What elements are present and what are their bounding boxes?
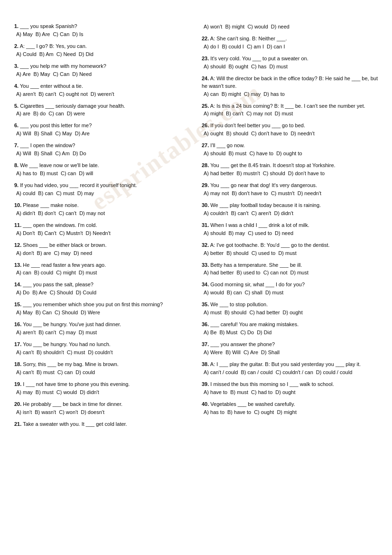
option: A) must	[204, 309, 222, 317]
option: A) may	[16, 389, 33, 396]
question-item: 16. You ___ be hungry. You've just had d…	[14, 321, 190, 337]
question-number: 10.	[14, 202, 21, 208]
question-item: 21. Take a sweater with you. It ___ get …	[14, 421, 190, 428]
option: D) weren't	[91, 91, 114, 98]
options-row: A) have toB) mustC) had toD) ought	[202, 389, 378, 396]
question-text: 37. ___ you answer the phone?	[202, 341, 378, 348]
options-row: A) DoB) AreC) ShouldD) Could	[14, 289, 190, 297]
option: B) must	[40, 170, 58, 178]
option: C) Mustn't	[59, 230, 83, 237]
question-number: 9.	[14, 182, 19, 188]
question-text: 14. ___ you pass the salt, please?	[14, 281, 190, 289]
question-item: 15. ___ you remember which shoe you put …	[14, 301, 190, 317]
option: A) better	[204, 250, 224, 257]
question-item: 37. ___ you answer the phone?A) WereB) W…	[202, 341, 378, 357]
question-text: 18. Sorry, this ___ be my bag. Mine is b…	[14, 361, 190, 368]
option: B) should	[226, 130, 248, 138]
option: D) must	[79, 269, 97, 277]
option: A) May	[16, 31, 33, 38]
options-row: A) canB) mightC) mayD) has to	[202, 91, 378, 98]
option: C) Should	[55, 309, 78, 317]
question-text: 7. ___ I open the window?	[14, 142, 190, 150]
question-text: 22. A: She can't sing. B: Neither ___.	[202, 35, 378, 43]
question-number: 21.	[14, 421, 21, 427]
option: A) can't / could	[204, 369, 238, 376]
question-item: 3. ___ you help me with my homework?A) A…	[14, 63, 190, 78]
option: C) may not	[246, 110, 272, 118]
options-row: A) betterB) shouldC) used toD) must	[202, 250, 378, 257]
option: A) would	[204, 289, 224, 297]
option: D) ought to	[276, 150, 302, 158]
option: C) can't	[59, 210, 77, 217]
option: D) must	[265, 289, 284, 297]
option: B) can	[38, 190, 53, 198]
question-number: 38.	[202, 361, 209, 367]
options-row: A) CouldB) AmC) NeedD) Did	[14, 51, 190, 58]
question-number: 40.	[202, 401, 209, 407]
question-number: 12.	[14, 242, 21, 248]
option: D) Is	[72, 31, 83, 38]
option: C) should	[263, 170, 285, 178]
question-item: 19. I ___ not have time to phone you thi…	[14, 381, 190, 396]
question-number: 20.	[14, 401, 21, 407]
option: A) isn't	[16, 409, 32, 416]
question-number: 2.	[14, 43, 19, 49]
option: C) may	[244, 91, 261, 98]
options-row: A) mayB) mustC) wouldD) didn't	[14, 389, 190, 396]
options-row: A) can't / couldB) can / couldC) couldn'…	[202, 369, 378, 376]
question-text: 8. We ___ leave now or we'll be late.	[14, 162, 190, 169]
option: A) should	[204, 150, 225, 158]
option: C) can	[48, 110, 64, 118]
option: C) ought	[254, 409, 274, 416]
option: B) Are	[36, 31, 50, 38]
option: A) should	[204, 230, 225, 237]
option: A) can	[16, 269, 31, 277]
options-row: A) had betterB) mustn'tC) shouldD) don't…	[202, 170, 378, 178]
option: D) need	[275, 230, 293, 237]
option: D) Shall	[261, 349, 280, 357]
option: A) Could	[16, 51, 37, 58]
option: D) were	[67, 110, 85, 118]
question-item: 27. I'll ___ go now.A) shouldB) mustC) h…	[202, 142, 378, 158]
options-row: A) isn'tB) wasn'tC) won'tD) doesn't	[14, 409, 190, 416]
question-text: 36. ___ careful! You are making mistakes…	[202, 321, 378, 329]
option: B) can't	[38, 91, 56, 98]
question-number: 24.	[202, 75, 209, 81]
question-item: 11. ___ open the windows. I'm cold.A) Do…	[14, 222, 190, 237]
option: B) May	[34, 71, 50, 78]
option: C) Do	[240, 329, 254, 337]
question-number: 6.	[14, 122, 19, 128]
question-number: 11.	[14, 222, 21, 228]
option: D) didn't	[274, 210, 293, 217]
option: B) can't	[231, 210, 249, 217]
question-item: 32. A: I've got toothache. B: You'd ___ …	[202, 242, 378, 257]
option: B) must	[36, 389, 54, 396]
options-row: A) mightB) can'tC) may notD) must	[202, 110, 378, 118]
question-number: 15.	[14, 301, 21, 307]
option: D) didn't	[80, 389, 99, 396]
question-text: 6. ___ you post this letter for me?	[14, 122, 190, 130]
question-item: 33. Betty has a temperature. She ___ be …	[202, 262, 378, 277]
question-item: 8. We ___ leave now or we'll be late.A) …	[14, 162, 190, 178]
option: B) must	[228, 150, 246, 158]
option: A) Are	[16, 71, 31, 78]
question-text: 11. ___ open the windows. I'm cold.	[14, 222, 190, 229]
question-text: 5. Cigarettes ___ seriously damage your …	[14, 103, 190, 110]
question-number: 8.	[14, 162, 19, 168]
option: C) may	[59, 329, 75, 337]
question-number: 32.	[202, 242, 209, 248]
option: D) will	[79, 170, 93, 178]
question-text: 39. I missed the bus this morning so I _…	[202, 381, 378, 388]
option: B) could	[34, 269, 53, 277]
question-text: 17. You ___ be hungry. You had no lunch.	[14, 341, 190, 348]
option: C) had to	[251, 389, 272, 396]
option: B) used to	[237, 269, 261, 277]
option: A) have to	[204, 389, 227, 396]
option: D) must	[290, 269, 308, 277]
option: A) might	[204, 110, 223, 118]
option: C) don't have to	[251, 130, 288, 138]
question-item: 14. ___ you pass the salt, please?A) DoB…	[14, 281, 190, 297]
option: C) would	[247, 23, 268, 31]
question-item: 34. Good morning sir, what ___ I do for …	[202, 281, 378, 297]
option: A) Be	[204, 329, 217, 337]
